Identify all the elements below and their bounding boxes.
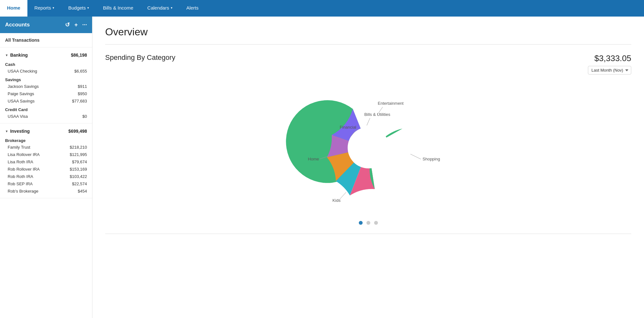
tab-home[interactable]: Home <box>0 0 27 17</box>
tab-reports[interactable]: Reports ▾ <box>27 0 62 17</box>
rob-sep-ira-name: Rob SEP IRA <box>8 181 33 186</box>
rob-roth-ira-amount: $103,422 <box>70 174 87 179</box>
donut-chart-svg: Entertainment Bills & Utilities Financia… <box>301 87 435 208</box>
tab-home-label: Home <box>7 5 20 11</box>
cash-label: Cash <box>5 62 15 67</box>
investing-label: Investing <box>10 129 30 134</box>
rob-roth-ira-name: Rob Roth IRA <box>8 174 33 179</box>
label-financial: Financial <box>339 125 356 130</box>
label-line-kids <box>340 192 346 199</box>
tab-budgets[interactable]: Budgets ▾ <box>61 0 96 17</box>
banking-section: ▼ Banking $86,198 Cash USAA Checking $6,… <box>0 47 92 124</box>
jackson-savings-amount: $911 <box>78 84 87 89</box>
brokerage-label: Brokerage <box>5 138 25 143</box>
add-account-icon[interactable]: + <box>74 22 78 28</box>
tab-alerts-label: Alerts <box>186 5 199 11</box>
divider <box>105 44 631 45</box>
lisa-roth-ira-name: Lisa Roth IRA <box>8 159 33 164</box>
calendars-chevron-icon: ▾ <box>171 6 172 10</box>
usaa-visa-item[interactable]: USAA Visa $0 <box>0 113 92 120</box>
robs-brokerage-amount: $454 <box>78 189 87 194</box>
banking-arrow-icon: ▼ <box>5 53 8 57</box>
banking-section-title: ▼ Banking <box>5 53 28 58</box>
robs-brokerage-item[interactable]: Rob's Brokerage $454 <box>0 187 92 195</box>
sidebar-header: Accounts ↺ + ··· <box>0 17 92 33</box>
banking-amount: $86,198 <box>71 53 87 58</box>
family-trust-item[interactable]: Family Trust $218,210 <box>0 144 92 151</box>
pagination-dot-2[interactable] <box>366 221 370 225</box>
rob-rollover-ira-item[interactable]: Rob Rollover IRA $153,169 <box>0 166 92 173</box>
tab-bills-income[interactable]: Bills & Income <box>96 0 140 17</box>
credit-card-subsection-title: Credit Card <box>0 105 92 113</box>
banking-section-header[interactable]: ▼ Banking $86,198 <box>0 51 92 60</box>
investing-section-title: ▼ Investing <box>5 129 30 134</box>
jackson-savings-item[interactable]: Jackson Savings $911 <box>0 83 92 90</box>
spending-header: Spending By Category $3,333.05 Last Mont… <box>105 53 631 74</box>
label-line-shopping <box>410 154 421 159</box>
page-title: Overview <box>105 26 631 38</box>
period-select[interactable]: Last Month (Nov) This Month Last 3 Month… <box>588 66 631 74</box>
rob-rollover-ira-amount: $153,169 <box>70 167 87 172</box>
rob-rollover-ira-name: Rob Rollover IRA <box>8 167 40 172</box>
refresh-icon[interactable]: ↺ <box>65 21 70 28</box>
pagination-dots <box>105 221 631 225</box>
sidebar: Accounts ↺ + ··· All Transactions ▼ Bank… <box>0 17 92 318</box>
rob-sep-ira-item[interactable]: Rob SEP IRA $22,574 <box>0 180 92 187</box>
label-bills: Bills & Utilities <box>364 112 390 117</box>
paige-savings-amount: $950 <box>78 91 87 96</box>
label-home: Home <box>308 157 319 161</box>
investing-section: ▼ Investing $699,498 Brokerage Family Tr… <box>0 124 92 198</box>
rob-sep-ira-amount: $22,574 <box>72 181 87 186</box>
tab-budgets-label: Budgets <box>68 5 86 11</box>
brokerage-subsection-title: Brokerage <box>0 136 92 144</box>
lisa-rollover-ira-item[interactable]: Lisa Rollover IRA $121,995 <box>0 151 92 158</box>
usaa-savings-item[interactable]: USAA Savings $77,683 <box>0 97 92 105</box>
label-line-bills <box>367 118 370 125</box>
lisa-rollover-ira-name: Lisa Rollover IRA <box>8 152 40 157</box>
spending-total: $3,333.05 <box>588 53 631 63</box>
usaa-savings-amount: $77,683 <box>72 99 87 103</box>
paige-savings-name: Paige Savings <box>8 91 34 96</box>
reports-chevron-icon: ▾ <box>53 6 54 10</box>
spending-title: Spending By Category <box>105 53 175 62</box>
lisa-roth-ira-amount: $79,674 <box>72 159 87 164</box>
usaa-checking-name: USAA Checking <box>8 69 37 74</box>
bottom-divider <box>105 234 631 234</box>
usaa-checking-amount: $6,655 <box>74 69 87 74</box>
family-trust-name: Family Trust <box>8 145 30 150</box>
tab-reports-label: Reports <box>34 5 51 11</box>
investing-amount: $699,498 <box>69 129 87 134</box>
family-trust-amount: $218,210 <box>70 145 87 150</box>
pagination-dot-3[interactable] <box>374 221 378 225</box>
usaa-visa-amount: $0 <box>83 114 87 119</box>
sidebar-header-icons: ↺ + ··· <box>65 21 87 28</box>
investing-section-header[interactable]: ▼ Investing $699,498 <box>0 127 92 136</box>
rob-roth-ira-item[interactable]: Rob Roth IRA $103,422 <box>0 173 92 180</box>
budgets-chevron-icon: ▾ <box>87 6 89 10</box>
label-entertainment: Entertainment <box>378 101 403 106</box>
paige-savings-item[interactable]: Paige Savings $950 <box>0 90 92 97</box>
robs-brokerage-name: Rob's Brokerage <box>8 189 38 194</box>
pagination-dot-1[interactable] <box>359 221 363 225</box>
banking-label: Banking <box>10 53 28 58</box>
label-kids: Kids <box>332 198 341 203</box>
tab-calendars[interactable]: Calendars ▾ <box>140 0 179 17</box>
savings-subsection-title: Savings <box>0 75 92 83</box>
savings-label: Savings <box>5 77 21 82</box>
spending-right: $3,333.05 Last Month (Nov) This Month La… <box>588 53 631 74</box>
donut-hole <box>348 127 389 168</box>
lisa-rollover-ira-amount: $121,995 <box>70 152 87 157</box>
label-shopping: Shopping <box>423 157 440 161</box>
usaa-savings-name: USAA Savings <box>8 99 35 103</box>
all-transactions-item[interactable]: All Transactions <box>0 33 92 47</box>
spending-chart: Entertainment Bills & Utilities Financia… <box>289 81 448 215</box>
lisa-roth-ira-item[interactable]: Lisa Roth IRA $79,674 <box>0 158 92 166</box>
usaa-checking-item[interactable]: USAA Checking $6,655 <box>0 67 92 75</box>
credit-card-label: Credit Card <box>5 107 28 112</box>
usaa-visa-name: USAA Visa <box>8 114 28 119</box>
main-layout: Accounts ↺ + ··· All Transactions ▼ Bank… <box>0 17 644 318</box>
tab-alerts[interactable]: Alerts <box>179 0 206 17</box>
tab-bills-income-label: Bills & Income <box>103 5 133 11</box>
sidebar-title: Accounts <box>5 22 30 28</box>
more-options-icon[interactable]: ··· <box>82 22 87 28</box>
